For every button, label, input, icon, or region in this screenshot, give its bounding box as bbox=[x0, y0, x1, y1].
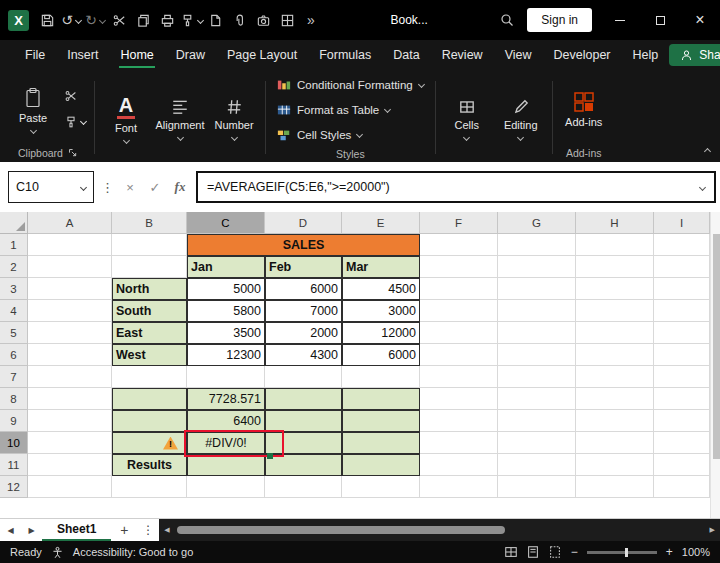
name-box[interactable]: C10 bbox=[8, 171, 94, 203]
menu-tab-view[interactable]: View bbox=[494, 40, 543, 70]
cell-C10[interactable]: #DIV/0! bbox=[187, 432, 265, 454]
sheet-options-icon[interactable]: ⋮ bbox=[137, 519, 159, 541]
ribbon-cut-button[interactable] bbox=[64, 89, 86, 103]
menu-tab-data[interactable]: Data bbox=[382, 40, 430, 70]
cell-F12[interactable] bbox=[420, 476, 498, 498]
font-group-button[interactable]: A Font bbox=[99, 73, 153, 162]
cell-A11[interactable] bbox=[28, 454, 112, 476]
column-header-A[interactable]: A bbox=[28, 212, 112, 234]
menu-tab-developer[interactable]: Developer bbox=[543, 40, 622, 70]
cell-F6[interactable] bbox=[420, 344, 498, 366]
attach-button[interactable] bbox=[227, 5, 251, 35]
cell-C7[interactable] bbox=[187, 366, 265, 388]
scroll-left-icon[interactable]: ◀ bbox=[164, 526, 169, 534]
cell-G8[interactable] bbox=[498, 388, 576, 410]
column-header-F[interactable]: F bbox=[420, 212, 498, 234]
column-header-H[interactable]: H bbox=[576, 212, 654, 234]
share-button[interactable]: Share bbox=[669, 44, 720, 66]
menu-tab-home[interactable]: Home bbox=[109, 40, 164, 70]
cell-B10[interactable]: ! bbox=[112, 432, 187, 454]
cell-styles-button[interactable]: Cell Styles bbox=[270, 123, 431, 146]
cell-D11[interactable] bbox=[265, 454, 342, 476]
cell-I11[interactable] bbox=[654, 454, 710, 476]
cell-E8[interactable] bbox=[342, 388, 420, 410]
cell-E4[interactable]: 3000 bbox=[342, 300, 420, 322]
cancel-formula-button[interactable]: × bbox=[121, 180, 139, 195]
cell-E11[interactable] bbox=[342, 454, 420, 476]
cell-F1[interactable] bbox=[420, 234, 498, 256]
enter-formula-button[interactable]: ✓ bbox=[146, 180, 164, 195]
cell-A10[interactable] bbox=[28, 432, 112, 454]
maximize-button[interactable] bbox=[640, 0, 680, 40]
cell-A7[interactable] bbox=[28, 366, 112, 388]
row-header-11[interactable]: 11 bbox=[0, 454, 28, 476]
row-header-12[interactable]: 12 bbox=[0, 476, 28, 498]
ribbon-format-painter-button[interactable] bbox=[64, 115, 86, 129]
sheet-tab-sheet1[interactable]: Sheet1 bbox=[42, 519, 111, 541]
cell-E9[interactable] bbox=[342, 410, 420, 432]
cell-F5[interactable] bbox=[420, 322, 498, 344]
cell-E3[interactable]: 4500 bbox=[342, 278, 420, 300]
cell-C1[interactable]: SALES bbox=[187, 234, 420, 256]
cell-C5[interactable]: 3500 bbox=[187, 322, 265, 344]
formula-input[interactable]: =AVERAGEIF(C5:E6,">=20000") bbox=[196, 171, 716, 203]
cell-A12[interactable] bbox=[28, 476, 112, 498]
column-header-I[interactable]: I bbox=[654, 212, 710, 234]
accessibility-icon[interactable] bbox=[51, 546, 64, 559]
paste-button-ribbon[interactable]: Paste bbox=[6, 85, 60, 133]
cell-B12[interactable] bbox=[112, 476, 187, 498]
horizontal-scrollbar-thumb[interactable] bbox=[177, 526, 506, 534]
cell-H11[interactable] bbox=[576, 454, 654, 476]
cell-C9[interactable]: 6400 bbox=[187, 410, 265, 432]
cell-H1[interactable] bbox=[576, 234, 654, 256]
cell-H7[interactable] bbox=[576, 366, 654, 388]
cell-I8[interactable] bbox=[654, 388, 710, 410]
row-header-8[interactable]: 8 bbox=[0, 388, 28, 410]
cell-I7[interactable] bbox=[654, 366, 710, 388]
cell-I9[interactable] bbox=[654, 410, 710, 432]
zoom-in-button[interactable]: + bbox=[666, 545, 673, 559]
addins-button[interactable]: Add-ins bbox=[557, 89, 611, 128]
cell-D6[interactable]: 4300 bbox=[265, 344, 342, 366]
collapse-ribbon-button[interactable] bbox=[704, 148, 711, 155]
camera-button[interactable] bbox=[251, 5, 275, 35]
cell-D3[interactable]: 6000 bbox=[265, 278, 342, 300]
new-file-button[interactable] bbox=[203, 5, 227, 35]
cell-F9[interactable] bbox=[420, 410, 498, 432]
column-header-E[interactable]: E bbox=[342, 212, 420, 234]
zoom-level[interactable]: 100% bbox=[682, 546, 710, 558]
sign-in-button[interactable]: Sign in bbox=[527, 8, 592, 32]
expand-formula-bar-icon[interactable] bbox=[699, 183, 706, 190]
undo-button[interactable]: ↺ bbox=[59, 5, 83, 35]
cell-B7[interactable] bbox=[112, 366, 187, 388]
page-layout-view-icon[interactable] bbox=[526, 545, 540, 559]
cell-A6[interactable] bbox=[28, 344, 112, 366]
row-header-4[interactable]: 4 bbox=[0, 300, 28, 322]
cell-A5[interactable] bbox=[28, 322, 112, 344]
column-header-D[interactable]: D bbox=[265, 212, 342, 234]
cell-C6[interactable]: 12300 bbox=[187, 344, 265, 366]
cell-E6[interactable]: 6000 bbox=[342, 344, 420, 366]
cell-I4[interactable] bbox=[654, 300, 710, 322]
cell-E5[interactable]: 12000 bbox=[342, 322, 420, 344]
select-all-corner[interactable] bbox=[0, 212, 28, 234]
cell-H12[interactable] bbox=[576, 476, 654, 498]
cell-E2[interactable]: Mar bbox=[342, 256, 420, 278]
close-button[interactable]: × bbox=[680, 0, 720, 40]
accessibility-status[interactable]: Accessibility: Good to go bbox=[73, 546, 193, 558]
cell-E10[interactable] bbox=[342, 432, 420, 454]
cell-A9[interactable] bbox=[28, 410, 112, 432]
cell-D8[interactable] bbox=[265, 388, 342, 410]
number-group-button[interactable]: Number bbox=[207, 73, 261, 162]
cell-B5[interactable]: East bbox=[112, 322, 187, 344]
cell-G10[interactable] bbox=[498, 432, 576, 454]
zoom-slider-thumb[interactable] bbox=[625, 548, 628, 557]
search-button[interactable] bbox=[495, 5, 519, 35]
horizontal-scrollbar[interactable]: ◀ ▶ bbox=[159, 519, 720, 541]
zoom-slider[interactable] bbox=[587, 551, 657, 554]
cell-C8[interactable]: 7728.571 bbox=[187, 388, 265, 410]
cell-A3[interactable] bbox=[28, 278, 112, 300]
cell-I10[interactable] bbox=[654, 432, 710, 454]
cell-F8[interactable] bbox=[420, 388, 498, 410]
cell-B1[interactable] bbox=[112, 234, 187, 256]
